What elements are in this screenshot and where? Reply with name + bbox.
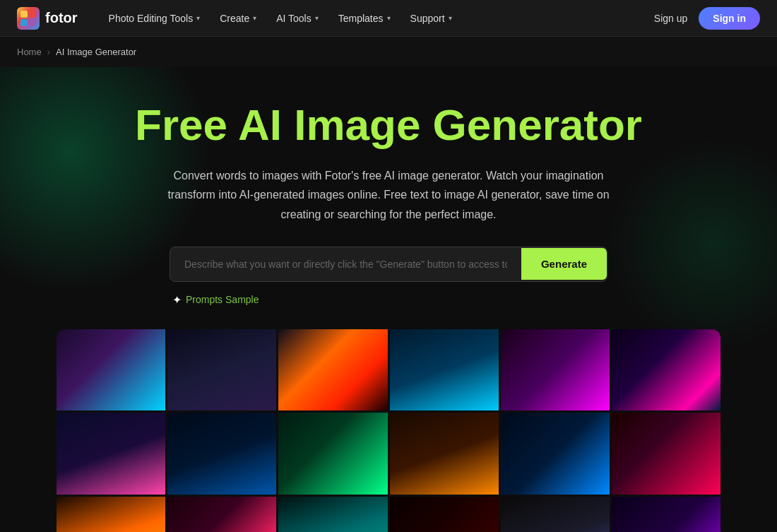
svg-rect-3 <box>29 19 36 26</box>
logo-icon <box>17 7 40 30</box>
grid-cell[interactable] <box>57 329 165 411</box>
logo-link[interactable]: fotor <box>17 7 78 30</box>
nav-label-photo-editing-tools: Photo Editing Tools <box>109 13 194 24</box>
chevron-down-icon: ▾ <box>449 14 452 22</box>
chevron-down-icon: ▾ <box>387 14 391 22</box>
signup-button[interactable]: Sign up <box>654 13 687 24</box>
grid-cell[interactable] <box>501 329 610 411</box>
grid-image <box>390 413 499 495</box>
nav-item-support[interactable]: Support ▾ <box>402 7 461 30</box>
nav-item-photo-editing-tools[interactable]: Photo Editing Tools ▾ <box>100 7 209 30</box>
hero-subtitle: Convert words to images with Fotor's fre… <box>162 166 615 224</box>
grid-image <box>57 413 165 495</box>
grid-cell[interactable] <box>612 329 720 411</box>
hero-section: Free AI Image Generator Convert words to… <box>0 67 777 532</box>
page-title: Free AI Image Generator <box>17 101 760 149</box>
nav-label-ai-tools: AI Tools <box>276 13 312 24</box>
breadcrumb-current-page: AI Image Generator <box>56 47 136 57</box>
grid-image <box>167 413 276 495</box>
prompts-sample-row: ✦ Prompts Sample <box>170 293 607 307</box>
grid-image <box>612 413 720 495</box>
breadcrumb: Home › AI Image Generator <box>0 37 777 67</box>
grid-image <box>612 329 720 411</box>
grid-cell[interactable]: sci-fi model / figure / shiny skin <box>278 497 387 532</box>
grid-cell[interactable] <box>278 329 387 411</box>
grid-image <box>501 413 610 495</box>
sparkle-icon: ✦ <box>172 293 182 307</box>
logo-text: fotor <box>45 10 78 26</box>
breadcrumb-home-link[interactable]: Home <box>17 47 42 57</box>
image-grid-wrapper: sci-fi model / figure / shiny skin <box>57 329 720 532</box>
search-container: Generate <box>170 247 607 282</box>
breadcrumb-separator: › <box>47 47 50 57</box>
grid-cell[interactable] <box>167 413 276 495</box>
generate-button[interactable]: Generate <box>521 248 607 280</box>
grid-cell[interactable] <box>390 497 499 532</box>
svg-rect-2 <box>20 19 28 26</box>
overlay-text: sci-fi model / figure / shiny skin <box>278 497 387 532</box>
grid-cell[interactable] <box>167 329 276 411</box>
grid-image <box>390 329 499 411</box>
grid-image <box>167 329 276 411</box>
grid-image <box>278 413 387 495</box>
grid-cell[interactable] <box>57 413 165 495</box>
chevron-down-icon: ▾ <box>315 14 319 22</box>
grid-image <box>167 497 276 532</box>
grid-image <box>278 329 387 411</box>
grid-cell[interactable] <box>501 413 610 495</box>
grid-image <box>57 497 165 532</box>
nav-item-ai-tools[interactable]: AI Tools ▾ <box>268 7 327 30</box>
grid-cell[interactable] <box>390 413 499 495</box>
grid-image <box>612 497 720 532</box>
prompts-sample-link[interactable]: Prompts Sample <box>186 294 259 305</box>
nav-item-templates[interactable]: Templates ▾ <box>330 7 399 30</box>
nav-item-create[interactable]: Create ▾ <box>211 7 265 30</box>
grid-cell[interactable] <box>612 413 720 495</box>
grid-image <box>501 497 610 532</box>
chevron-down-icon: ▾ <box>253 14 256 22</box>
chevron-down-icon: ▾ <box>196 14 200 22</box>
grid-image <box>57 329 165 411</box>
grid-cell[interactable] <box>612 497 720 532</box>
grid-cell[interactable] <box>167 497 276 532</box>
svg-rect-1 <box>29 11 36 18</box>
grid-image <box>501 329 610 411</box>
prompt-input[interactable] <box>170 247 521 281</box>
nav-label-create: Create <box>220 13 249 24</box>
grid-cell[interactable] <box>501 497 610 532</box>
grid-cell[interactable] <box>278 413 387 495</box>
grid-cell[interactable] <box>57 497 165 532</box>
grid-image <box>390 497 499 532</box>
grid-cell[interactable] <box>390 329 499 411</box>
navbar: fotor Photo Editing Tools ▾ Create ▾ AI … <box>0 0 777 37</box>
svg-rect-0 <box>20 11 28 18</box>
image-grid: sci-fi model / figure / shiny skin <box>57 329 720 532</box>
nav-label-support: Support <box>410 13 445 24</box>
nav-items: Photo Editing Tools ▾ Create ▾ AI Tools … <box>100 7 654 30</box>
search-box: Generate <box>170 247 607 282</box>
nav-label-templates: Templates <box>338 13 384 24</box>
signin-button[interactable]: Sign in <box>699 7 760 30</box>
nav-auth: Sign up Sign in <box>654 7 760 30</box>
